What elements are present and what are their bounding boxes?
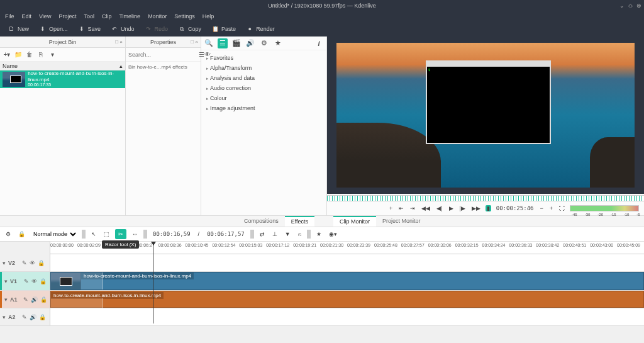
preview-render-icon[interactable]: ◉▾ — [327, 231, 339, 237]
audio-icon[interactable]: 🔊 — [245, 38, 255, 48]
overwrite-icon[interactable]: ⇄ — [258, 231, 267, 237]
menu-settings[interactable]: Settings — [174, 13, 195, 20]
undo-button[interactable]: ↶Undo — [107, 24, 138, 34]
favorite-icon[interactable]: ★ — [273, 38, 283, 48]
redo-button[interactable]: ↷Redo — [141, 24, 172, 34]
tag-icon[interactable]: ⎘ — [36, 50, 45, 59]
prev-frame-icon[interactable]: ◀| — [435, 205, 443, 211]
menu-help[interactable]: Help — [203, 13, 214, 20]
list-icon[interactable]: ☰ — [218, 38, 228, 48]
menu-monitor[interactable]: Monitor — [148, 13, 167, 20]
maximize-icon[interactable]: ◇ — [628, 3, 633, 9]
track-header-v2[interactable]: ▾ V2 ✎ 👁 🔒 — [0, 254, 50, 271]
lock-icon[interactable]: 🔒 — [38, 260, 45, 266]
folder-icon[interactable]: 📁 — [14, 50, 23, 59]
copy-button[interactable]: ⧉Copy — [174, 24, 205, 34]
menu-project[interactable]: Project — [58, 13, 76, 20]
render-button[interactable]: ●Render — [242, 24, 279, 34]
tab-compositions[interactable]: Compositions — [238, 216, 285, 227]
mute-icon[interactable]: ✎ — [24, 278, 29, 284]
fullscreen-icon[interactable]: ⛶ — [558, 205, 566, 211]
new-button[interactable]: 🗋New — [4, 24, 33, 34]
lock-icon[interactable]: 🔒 — [16, 231, 27, 237]
playhead[interactable] — [153, 242, 153, 323]
lock-icon[interactable]: 🔒 — [40, 296, 47, 303]
mute-icon[interactable]: ✎ — [22, 314, 27, 320]
play-icon[interactable]: ▶ — [448, 205, 455, 211]
effect-category[interactable]: Audio correction — [201, 83, 326, 93]
favorite-icon[interactable]: ★ — [314, 231, 323, 237]
panel-menu-icon[interactable]: □ × — [191, 39, 198, 45]
hide-icon[interactable]: 👁 — [30, 260, 35, 266]
timeline-position[interactable]: 00:00:16,59 — [151, 231, 192, 237]
search-input[interactable] — [128, 52, 199, 58]
track-header-a2[interactable]: ▾ A2 ✎ 🔊 🔒 — [0, 308, 50, 325]
monitor-timecode[interactable]: 00:00:25:46 — [495, 205, 535, 211]
edit-mode-select[interactable]: Normal mode — [31, 230, 78, 238]
open-button[interactable]: ⬇Open... — [35, 24, 72, 34]
lock-icon[interactable]: 🔒 — [39, 314, 46, 320]
track-header-v1[interactable]: ▾ V1 ✎ 👁 🔒 — [0, 272, 50, 290]
mute-icon[interactable]: ✎ — [22, 260, 27, 266]
menu-tool[interactable]: Tool — [84, 13, 94, 20]
paste-button[interactable]: 📋Paste — [208, 24, 240, 34]
track-header-a1[interactable]: ▾ A1 ✎ 🔊 🔒 — [0, 291, 50, 308]
tab-effects[interactable]: Effects — [285, 216, 314, 227]
insert-icon[interactable]: ⊥ — [270, 231, 279, 237]
menu-clip[interactable]: Clip — [102, 13, 112, 20]
lock-icon[interactable]: 🔒 — [40, 278, 47, 284]
zone-icon[interactable]: ▮ — [486, 205, 491, 211]
zoom-out-icon[interactable]: − — [538, 205, 544, 211]
effect-category[interactable]: Favorites — [201, 53, 326, 63]
options-icon[interactable]: ▾ — [48, 50, 57, 59]
name-column-header[interactable]: Name ▴ — [0, 62, 125, 70]
effect-category[interactable]: Alpha/Transform — [201, 63, 326, 73]
panel-menu-icon[interactable]: □ × — [115, 39, 123, 45]
collapse-icon[interactable]: ▾ — [3, 260, 6, 266]
track-content-v1[interactable]: how-to-create-mount-and-burn-isos-in-lin… — [50, 272, 644, 290]
add-icon[interactable]: +▾ — [3, 50, 11, 59]
mute-icon[interactable]: ✎ — [23, 296, 28, 303]
tab-project-monitor[interactable]: Project Monitor — [376, 216, 427, 227]
save-button[interactable]: ⬇Save — [74, 24, 105, 34]
zone-out-icon[interactable]: ⇥ — [409, 205, 416, 211]
collapse-icon[interactable]: ▾ — [3, 314, 6, 320]
track-content-v2[interactable] — [50, 254, 644, 271]
menu-timeline[interactable]: Timeline — [119, 13, 140, 20]
effect-category[interactable]: Image adjustment — [201, 103, 326, 113]
info-icon[interactable]: i — [314, 38, 324, 48]
audio-icon[interactable]: 🔊 — [31, 296, 38, 303]
select-tool-icon[interactable]: ⬚ — [102, 231, 111, 237]
effect-category[interactable]: Colour — [201, 93, 326, 103]
video-icon[interactable]: 🎬 — [231, 38, 242, 48]
track-content-a1[interactable]: how-to-create-mount-and-burn-isos-in-lin… — [50, 291, 644, 308]
audio-clip[interactable]: how-to-create-mount-and-burn-isos-in-lin… — [50, 291, 644, 308]
menu-edit[interactable]: Edit — [22, 13, 32, 20]
settings-icon[interactable]: ⚙ — [4, 231, 13, 237]
menu-file[interactable]: File — [5, 13, 14, 20]
close-icon[interactable]: ⊗ — [636, 3, 641, 9]
delete-icon[interactable]: 🗑 — [25, 50, 34, 59]
monitor-ruler[interactable] — [327, 195, 644, 201]
monitor-viewport[interactable]: $ — [327, 37, 644, 194]
hide-icon[interactable]: 👁 — [31, 278, 37, 284]
rewind-icon[interactable]: ◀◀ — [420, 205, 431, 211]
minimize-icon[interactable]: ⌄ — [619, 3, 625, 9]
razor-tool-icon[interactable]: ✂ — [115, 229, 126, 239]
zone-in-icon[interactable]: ⇤ — [397, 205, 405, 211]
forward-icon[interactable]: ▶▶ — [470, 205, 482, 211]
clip-item[interactable]: how-to-create-mount-and-burn-isos-in-lin… — [0, 70, 125, 88]
time-ruler[interactable]: Razor tool (X) 00:00:00:0000:00:02:0900:… — [0, 242, 644, 254]
menu-view[interactable]: View — [39, 13, 51, 20]
effect-category[interactable]: Analysis and data — [201, 73, 326, 83]
marker-icon[interactable]: ▼ — [283, 231, 292, 237]
collapse-icon[interactable]: ▾ — [4, 278, 8, 284]
pointer-tool-icon[interactable]: ↖ — [89, 231, 98, 237]
spacer-tool-icon[interactable]: ↔ — [130, 231, 140, 237]
collapse-icon[interactable]: ▾ — [4, 296, 8, 303]
custom-icon[interactable]: ⚙ — [259, 38, 269, 48]
video-clip[interactable]: how-to-create-mount-and-burn-isos-in-lin… — [50, 272, 644, 290]
next-frame-icon[interactable]: |▶ — [458, 205, 467, 211]
add-marker-icon[interactable]: + — [388, 205, 394, 211]
snap-icon[interactable]: ⎌ — [296, 231, 303, 237]
